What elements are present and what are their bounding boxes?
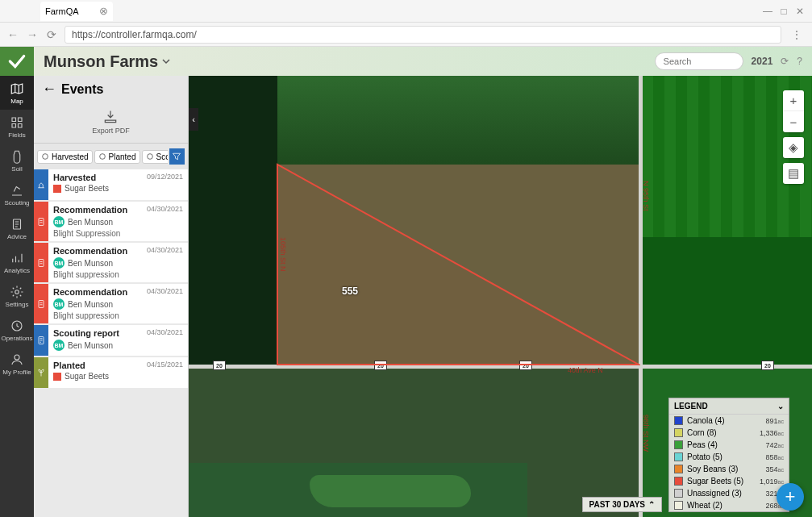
svg-point-4 <box>43 154 48 160</box>
route-shield: 20 <box>761 361 774 370</box>
legend-swatch <box>674 477 683 486</box>
nav-item-map[interactable]: Map <box>0 76 34 110</box>
browser-tab[interactable]: FarmQA ⊗ <box>40 2 113 21</box>
event-type-icon <box>34 243 48 282</box>
zoom-in-button[interactable]: + <box>783 90 804 111</box>
help-icon[interactable]: ? <box>797 56 802 67</box>
year-selector[interactable]: 2021 <box>752 56 773 67</box>
event-type-icon <box>34 169 48 200</box>
svg-point-6 <box>147 154 152 160</box>
filter-icon <box>172 152 181 161</box>
legend-swatch <box>674 489 683 498</box>
event-type-icon <box>34 284 48 323</box>
chevron-down-icon: ⌄ <box>777 402 784 411</box>
svg-point-3 <box>15 355 19 360</box>
legend-row[interactable]: Wheat (2)268ac <box>669 499 789 511</box>
filter-button[interactable] <box>169 148 185 165</box>
legend-swatch <box>674 428 683 437</box>
legend-row[interactable]: Corn (8)1,336ac <box>669 427 789 439</box>
panel-title: Events <box>61 82 103 97</box>
add-button[interactable]: + <box>777 483 804 511</box>
panel-back-icon[interactable]: ← <box>42 81 56 98</box>
legend-toggle[interactable]: LEGEND ⌄ <box>669 398 789 415</box>
legend-row[interactable]: Sugar Beets (5)1,019ac <box>669 475 789 487</box>
event-item[interactable]: Planted04/15/2021Sugar Beets <box>34 357 188 388</box>
field-label: 555 <box>342 286 358 297</box>
filter-chip-row: HarvestedPlantedSco <box>34 144 188 169</box>
filter-chip-harvest[interactable]: Harvested <box>37 150 93 164</box>
svg-rect-9 <box>39 300 44 307</box>
filter-chip-plant[interactable]: Planted <box>94 150 140 164</box>
chevron-up-icon: ⌃ <box>648 500 655 509</box>
nav-item-soil[interactable]: Soil <box>0 144 34 177</box>
nav-item-fields[interactable]: Fields <box>0 110 34 144</box>
event-type-icon <box>34 325 48 356</box>
legend-swatch <box>674 452 683 461</box>
export-pdf-button[interactable]: Export PDF <box>92 109 130 135</box>
legend-row[interactable]: Canola (4)891ac <box>669 415 789 427</box>
tab-title: FarmQA <box>45 6 79 16</box>
url-input[interactable]: https://controller.farmqa.com/ <box>65 26 781 44</box>
svg-point-5 <box>99 154 105 160</box>
window-close-icon[interactable]: ✕ <box>793 6 807 17</box>
event-type-icon <box>34 202 48 241</box>
legend-swatch <box>674 440 683 449</box>
panel-collapse-button[interactable]: ‹ <box>189 108 198 131</box>
route-shield: 20 <box>213 361 226 370</box>
nav-reload-icon[interactable]: ⟳ <box>45 28 58 41</box>
sidebar-nav: MapFieldsSoilScoutingAdviceAnalyticsSett… <box>0 47 34 517</box>
window-maximize-icon[interactable]: □ <box>777 6 791 17</box>
legend-swatch <box>674 465 683 473</box>
browser-toolbar: ← → ⟳ https://controller.farmqa.com/ ⋮ <box>0 23 812 47</box>
event-item[interactable]: Harvested09/12/2021Sugar Beets <box>34 169 188 200</box>
event-item[interactable]: Scouting report04/30/2021BMBen Munson <box>34 325 188 356</box>
road-label: N 95th St <box>642 181 650 211</box>
nav-back-icon[interactable]: ← <box>6 28 19 41</box>
time-filter-dropdown[interactable]: PAST 30 DAYS ⌃ <box>582 497 662 512</box>
nav-forward-icon[interactable]: → <box>26 28 39 41</box>
field-boundary[interactable] <box>276 163 640 366</box>
legend-row[interactable]: Potato (5)858ac <box>669 451 789 463</box>
events-panel: ← Events Export PDF HarvestedPlantedSco <box>34 76 189 517</box>
map-canvas[interactable]: ‹ <box>189 76 812 517</box>
download-icon <box>102 109 119 125</box>
nav-item-scouting[interactable]: Scouting <box>0 177 34 211</box>
sync-icon[interactable]: ⟳ <box>781 56 789 67</box>
legend-swatch <box>674 416 683 425</box>
nav-item-settings[interactable]: Settings <box>0 279 34 313</box>
app-header: Munson Farms 2021 ⟳ ? <box>34 47 812 76</box>
svg-rect-7 <box>39 218 44 225</box>
nav-item-profile[interactable]: My Profile <box>0 347 34 381</box>
svg-rect-8 <box>39 259 44 266</box>
legend-swatch <box>674 501 683 510</box>
map-controls: + − ◈ ▤ <box>783 90 804 184</box>
legend-row[interactable]: Soy Beans (3)354ac <box>669 463 789 475</box>
app-logo[interactable] <box>0 47 34 76</box>
svg-point-1 <box>15 290 19 294</box>
legend-row[interactable]: Unassigned (3)321ac <box>669 487 789 499</box>
nav-item-operations[interactable]: Operations <box>0 313 34 347</box>
filter-chip-scout[interactable]: Sco <box>142 150 168 164</box>
zoom-out-button[interactable]: − <box>783 111 804 132</box>
event-item[interactable]: Recommendation04/30/2021BMBen MunsonBlig… <box>34 202 188 241</box>
event-type-icon <box>34 357 48 388</box>
org-dropdown[interactable]: Munson Farms <box>44 52 171 71</box>
tab-close-icon[interactable]: ⊗ <box>99 5 108 17</box>
chevron-down-icon <box>161 56 171 66</box>
road-label: 96th St NW <box>642 415 650 452</box>
event-list[interactable]: Harvested09/12/2021Sugar BeetsRecommenda… <box>34 169 188 517</box>
browser-menu-icon[interactable]: ⋮ <box>788 28 806 41</box>
nav-item-analytics[interactable]: Analytics <box>0 245 34 279</box>
map-legend: LEGEND ⌄ Canola (4)891acCorn (8)1,336acP… <box>668 398 789 512</box>
window-minimize-icon[interactable]: — <box>760 6 775 17</box>
event-item[interactable]: Recommendation04/30/2021BMBen MunsonBlig… <box>34 243 188 282</box>
window-titlebar: FarmQA ⊗ — □ ✕ <box>0 0 812 23</box>
locate-button[interactable]: ◈ <box>783 137 804 158</box>
search-input[interactable] <box>655 52 743 70</box>
road-label: 40th Ave N <box>568 366 603 374</box>
legend-row[interactable]: Peas (4)742ac <box>669 439 789 451</box>
event-item[interactable]: Recommendation04/30/2021BMBen MunsonBlig… <box>34 284 188 323</box>
nav-item-advice[interactable]: Advice <box>0 211 34 245</box>
layers-button[interactable]: ▤ <box>783 163 804 184</box>
